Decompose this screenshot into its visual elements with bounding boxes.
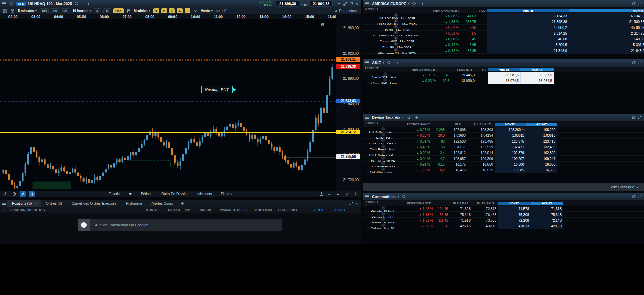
column-header[interactable]: PRODUIT ↕	[363, 67, 409, 72]
product-name[interactable]: iPétrole US Brut...	[363, 218, 405, 223]
info-icon[interactable]: i	[383, 72, 387, 76]
expand-icon[interactable]	[638, 2, 641, 5]
add-tab-button[interactable]: +	[178, 201, 186, 206]
product-name[interactable]: iEuro OAT - Mar 2...	[363, 139, 405, 144]
info-icon[interactable]: i	[381, 218, 385, 221]
product-name[interactable]: iVolatility Index - ...	[363, 167, 405, 173]
candlestick-icon[interactable]	[126, 8, 131, 14]
watchlist-row[interactable]: iPétrole Brut Br...▼1,13 %86,4575,14876,…	[363, 212, 644, 218]
period-button[interactable]: Période	[141, 192, 152, 196]
product-name[interactable]: iUS Small Cap 2000 - Mar 2025	[363, 31, 431, 36]
layout-5-button[interactable]: 5	[185, 8, 190, 13]
sell-price-cell[interactable]: 16,500	[495, 162, 526, 167]
buy-price-cell[interactable]: 540,90	[569, 36, 644, 42]
product-name[interactable]: iAllemagne 40 - Mar 2025	[363, 48, 431, 54]
watchlist-row[interactable]: iUS Small Cap 2000 - Mar 2025▼0,06 %1,52…	[363, 31, 644, 36]
sell-price-cell[interactable]: 1,03611	[495, 133, 526, 139]
sell-price-cell[interactable]: 75,308	[498, 212, 531, 218]
product-name[interactable]: iUS Dollar Index - ...	[363, 127, 405, 133]
watchlist-row[interactable]: iAllemagne 40 - Mar 2025▲0,12 %27,8521 8…	[363, 48, 644, 54]
expand-icon[interactable]	[638, 195, 641, 198]
panel-titlebar[interactable]: AMERICA EUROPE ▾ + ×	[363, 0, 644, 7]
tab-price-alerts[interactable]: Alertes Cours	[147, 200, 178, 207]
price-axis[interactable]: 21 909,1121 898,3821 843,4321 794,1221 7…	[336, 14, 361, 191]
timeframe-5m-button[interactable]: 5m	[61, 8, 70, 13]
buy-price-cell[interactable]: 16,665	[526, 167, 557, 173]
watchlist-row[interactable]: iChine A50 - Févr ...▲0,23 %30,513 030,0…	[363, 78, 644, 84]
buy-price-cell[interactable]: 71,613	[531, 206, 563, 212]
info-icon[interactable]: i	[381, 127, 385, 131]
product-name[interactable]: iCuivre - Mar 20...	[363, 223, 405, 229]
buy-price-cell[interactable]: 2 314,75	[569, 31, 644, 36]
tab-history[interactable]: Historique	[122, 200, 146, 207]
product-name[interactable]: iPétrole Brut Br...	[363, 212, 405, 218]
product-name[interactable]: iUS SPX 500 - Mar 2025	[363, 13, 431, 19]
info-icon[interactable]: i	[381, 139, 385, 142]
buy-price-cell[interactable]: 75,343	[531, 212, 563, 218]
product-name[interactable]: iJapon 225 - Mar ...	[363, 72, 409, 78]
vente-column-header[interactable]: VENTE	[495, 123, 526, 126]
column-header[interactable]: PV&MV TOTALES	[213, 208, 248, 212]
buy-price-cell[interactable]: 108,290	[526, 127, 557, 133]
column-header[interactable]: MONTA...	[121, 208, 162, 212]
range-3d-button[interactable]: 3J	[94, 8, 102, 13]
collapse-icon[interactable]	[337, 2, 341, 5]
column-header[interactable]: PLUS HAUT ↕	[472, 202, 498, 205]
zoom-add-icon[interactable]	[406, 115, 411, 120]
watchlist-row[interactable]: iUS 30 - Mar 2025▼0,02 %9,4545 060,245 0…	[363, 25, 644, 31]
info-icon[interactable]: i	[381, 133, 385, 136]
buy-price-cell[interactable]: 428,53	[531, 223, 563, 229]
indicators-button[interactable]: Indicateurs	[196, 192, 212, 196]
add-tab-button[interactable]: +	[419, 1, 426, 6]
column-header[interactable]: POSITION/ORDRE N° ▲	[9, 208, 121, 212]
expand-icon[interactable]	[343, 2, 347, 6]
models-dropdown[interactable]: Modèles▾	[133, 9, 151, 13]
column-header[interactable]: P ↕	[476, 68, 488, 71]
column-header[interactable]: PLUS BAS ↕	[451, 68, 476, 71]
panel-title[interactable]: ASIE	[372, 61, 381, 65]
tab-executed-orders[interactable]: Carnet des Ordres Exécutés	[67, 200, 121, 207]
product-name[interactable]: iUS 30 - Mar 2025	[363, 25, 431, 31]
snapshot-icon[interactable]	[319, 192, 324, 196]
buy-price-cell[interactable]: 39 607,5	[520, 72, 554, 78]
classic-view-button[interactable]: Vue Classique ▴	[363, 183, 644, 191]
watchlist-row[interactable]: iEurope 600 - Mar 2025▲0,08 %0,45540,605…	[363, 36, 644, 42]
achat-column-header[interactable]: ACHAT	[520, 68, 554, 71]
buy-price-cell[interactable]: 21 845,0	[569, 48, 644, 54]
info-icon[interactable]: i	[394, 25, 398, 29]
column-header[interactable]: PERFORMANCE ↕	[409, 68, 438, 71]
home-icon[interactable]	[320, 22, 325, 28]
column-header[interactable]: PLU... ↕	[446, 123, 467, 126]
product-name[interactable]: iChine A50 - Févr ...	[363, 78, 409, 84]
swap-icon[interactable]	[29, 191, 35, 197]
menu-icon[interactable]	[1, 1, 7, 6]
expand-icon[interactable]	[638, 116, 641, 119]
chevron-down-icon[interactable]: ▾	[402, 116, 404, 119]
sell-price-cell[interactable]: 72,108	[498, 218, 531, 223]
watchlist-row[interactable]: iUS T-Note 10 YR...▲0,04 %4,7108,957109,…	[363, 156, 644, 162]
column-header[interactable]: PRODUIT ↕	[363, 7, 431, 13]
product-name[interactable]: iEuro Bund - Mar ...	[363, 144, 405, 150]
info-icon[interactable]: i	[381, 162, 385, 165]
sell-price-cell[interactable]: 21 898,38	[487, 19, 569, 25]
close-icon[interactable]: ×	[355, 2, 358, 6]
chevron-down-icon[interactable]: ▾	[408, 2, 409, 5]
buy-price-cell[interactable]: 6 134,93	[569, 13, 644, 19]
layout-3-button[interactable]: 3	[169, 8, 175, 13]
buy-price-cell[interactable]: 5 301,5	[569, 42, 644, 48]
buy-price-cell[interactable]: 13 084,5	[520, 78, 554, 84]
buy-price-cell[interactable]: 123,415	[526, 139, 557, 144]
column-header[interactable]: PLU ↕	[478, 9, 487, 12]
timeframe-dropdown[interactable]: 5 minutes▾	[17, 9, 38, 13]
popout-icon[interactable]	[632, 195, 636, 198]
info-icon[interactable]: i	[381, 156, 385, 160]
info-icon[interactable]: i	[381, 150, 385, 154]
sell-price-button[interactable]: 21 898,38	[276, 1, 299, 7]
watchlist-row[interactable]: iCuivre - Mar 20...▼0,6 %26426,15432,104…	[363, 223, 644, 229]
watchlist-row[interactable]: iUS NDAQ 100 - Mar 2025▲1,33 %288,7521 8…	[363, 19, 644, 25]
achat-column-header[interactable]: ACHAT	[569, 9, 644, 12]
fit-height-icon[interactable]: ⇳	[353, 191, 359, 197]
add-tab-button[interactable]: +	[413, 115, 420, 120]
info-icon[interactable]: i	[383, 78, 387, 82]
menu-icon[interactable]	[365, 60, 370, 66]
